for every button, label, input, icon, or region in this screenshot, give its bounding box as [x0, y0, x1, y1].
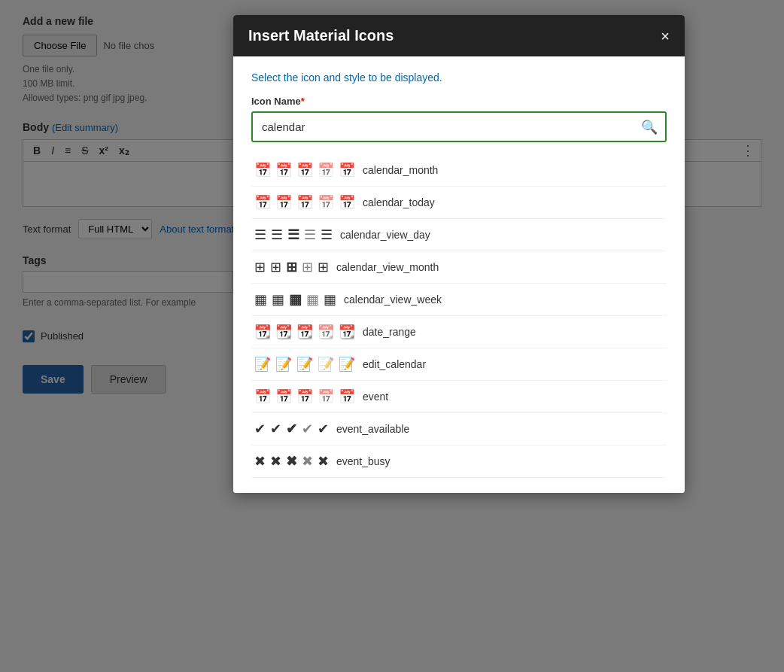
- icon-list-item[interactable]: 📅📅📅📅📅event: [251, 381, 667, 413]
- icon-variant-4: 📅: [339, 162, 355, 178]
- icon-variant-1: ☰: [271, 227, 283, 243]
- modal-subtitle: Select the icon and style to be displaye…: [251, 71, 667, 84]
- icon-variant-2: 📅: [296, 194, 313, 211]
- icon-variants: 📅📅📅📅📅: [254, 388, 355, 405]
- icon-variant-3: 📅: [318, 388, 334, 405]
- icon-variants: ✖✖✖✖✖: [254, 453, 329, 470]
- icon-variant-2: 📝: [296, 356, 313, 372]
- modal-title: Insert Material Icons: [248, 27, 394, 44]
- icon-list-item[interactable]: ✖✖✖✖✖event_busy: [251, 445, 667, 478]
- icon-variant-3: 📝: [318, 356, 334, 372]
- icon-list: 📅📅📅📅📅calendar_month📅📅📅📅📅calendar_today☰☰…: [251, 154, 667, 478]
- icon-variant-1: ✔: [270, 421, 281, 437]
- icon-list-item[interactable]: 📅📅📅📅📅calendar_month: [251, 154, 667, 187]
- icon-variant-1: 📅: [275, 388, 292, 405]
- icon-variant-4: ▦: [324, 291, 336, 308]
- icon-variant-0: ✔: [254, 421, 266, 437]
- icon-variant-4: ⊞: [318, 259, 329, 275]
- icon-list-item[interactable]: 📅📅📅📅📅calendar_today: [251, 187, 667, 219]
- icon-result-name: date_range: [363, 326, 416, 338]
- icon-variant-1: ▦: [272, 291, 284, 308]
- icon-variant-1: 📝: [275, 356, 292, 372]
- icon-variant-2: ☰: [287, 227, 299, 243]
- icon-result-name: event_busy: [336, 455, 390, 467]
- icon-variants: ⊞⊞⊞⊞⊞: [254, 259, 329, 275]
- icon-variant-3: ✖: [302, 453, 313, 470]
- icon-variant-1: 📅: [275, 194, 292, 211]
- modal-header: Insert Material Icons ×: [233, 15, 685, 56]
- icon-result-name: calendar_today: [363, 196, 435, 208]
- modal-close-button[interactable]: ×: [661, 29, 670, 44]
- icon-variant-0: ▦: [254, 291, 267, 308]
- icon-result-name: event: [363, 391, 388, 403]
- icon-list-item[interactable]: ⊞⊞⊞⊞⊞calendar_view_month: [251, 251, 667, 284]
- icon-variant-1: 📅: [275, 162, 292, 178]
- icon-variant-3: ☰: [304, 227, 316, 243]
- icon-variant-3: ✔: [302, 421, 313, 437]
- icon-list-item[interactable]: ✔✔✔✔✔event_available: [251, 413, 667, 445]
- icon-variant-4: 📝: [339, 356, 355, 372]
- icon-variants: 📝📝📝📝📝: [254, 356, 355, 372]
- icon-variant-4: ☰: [321, 227, 333, 243]
- icon-variant-0: ☰: [254, 227, 266, 243]
- icon-variant-0: ✖: [254, 453, 266, 470]
- icon-variant-4: 📅: [339, 194, 355, 211]
- icon-variant-0: 📅: [254, 194, 271, 211]
- icon-variant-1: ⊞: [270, 259, 281, 275]
- icon-variant-0: 📝: [254, 356, 271, 372]
- icon-result-name: calendar_view_week: [344, 293, 442, 306]
- icon-variant-4: 📅: [339, 388, 355, 405]
- icon-variant-2: 📆: [296, 324, 313, 340]
- icon-name-label: Icon Name*: [251, 96, 667, 107]
- icon-result-name: calendar_view_day: [340, 229, 430, 241]
- icon-variant-4: ✔: [318, 421, 329, 437]
- icon-list-item[interactable]: ▦▦▦▦▦calendar_view_week: [251, 284, 667, 316]
- icon-variant-3: ▦: [306, 291, 319, 308]
- icon-variant-2: ✖: [286, 453, 297, 470]
- icon-variant-3: 📅: [318, 162, 334, 178]
- icon-variant-2: 📅: [296, 388, 313, 405]
- icon-variant-4: 📆: [339, 324, 355, 340]
- icon-variant-0: 📆: [254, 324, 271, 340]
- icon-result-name: calendar_month: [363, 164, 438, 176]
- icon-variant-1: 📆: [275, 324, 292, 340]
- search-wrapper: 🔍: [251, 111, 667, 142]
- icon-result-name: calendar_view_month: [336, 261, 439, 273]
- icon-list-item[interactable]: 📆📆📆📆📆date_range: [251, 316, 667, 348]
- icon-list-item[interactable]: ☰☰☰☰☰calendar_view_day: [251, 219, 667, 251]
- icon-variants: ☰☰☰☰☰: [254, 227, 333, 243]
- icon-result-name: edit_calendar: [363, 358, 426, 370]
- icon-variant-4: ✖: [318, 453, 329, 470]
- icon-variant-2: ⊞: [286, 259, 297, 275]
- icon-variant-3: 📆: [318, 324, 334, 340]
- required-star: *: [301, 96, 305, 107]
- icon-variant-3: 📅: [318, 194, 334, 211]
- insert-material-icons-modal: Insert Material Icons × Select the icon …: [233, 15, 685, 493]
- icon-list-item[interactable]: 📝📝📝📝📝edit_calendar: [251, 348, 667, 381]
- icon-variant-0: ⊞: [254, 259, 266, 275]
- icon-variants: ▦▦▦▦▦: [254, 291, 336, 308]
- icon-variants: ✔✔✔✔✔: [254, 421, 329, 437]
- icon-variant-2: ▦: [289, 291, 302, 308]
- icon-variants: 📅📅📅📅📅: [254, 194, 355, 211]
- icon-variant-0: 📅: [254, 162, 271, 178]
- icon-search-input[interactable]: [251, 111, 667, 142]
- icon-variant-1: ✖: [270, 453, 281, 470]
- icon-result-name: event_available: [336, 423, 409, 435]
- icon-variant-0: 📅: [254, 388, 271, 405]
- modal-body: Select the icon and style to be displaye…: [233, 56, 685, 493]
- icon-variant-3: ⊞: [302, 259, 313, 275]
- icon-variants: 📅📅📅📅📅: [254, 162, 355, 178]
- icon-variant-2: ✔: [286, 421, 297, 437]
- icon-variants: 📆📆📆📆📆: [254, 324, 355, 340]
- icon-variant-2: 📅: [296, 162, 313, 178]
